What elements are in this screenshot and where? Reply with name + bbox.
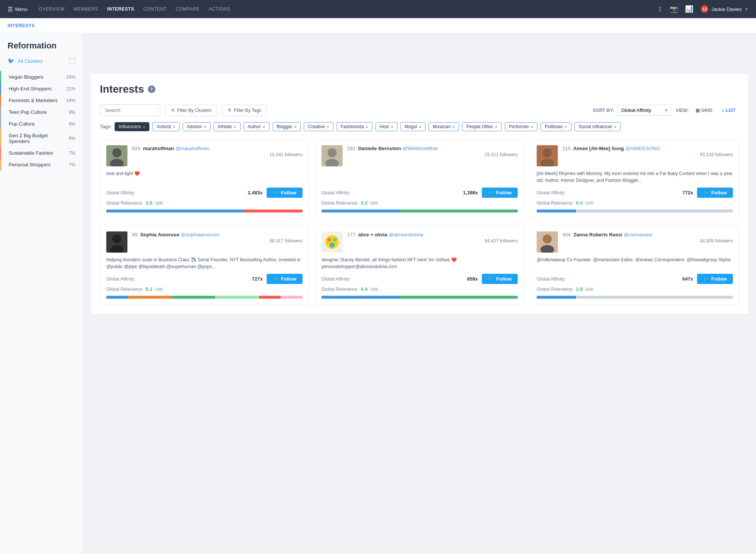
relevance-max: /100 xyxy=(585,287,593,292)
person-card-alice-olivia: 177. alice + olivia @aliceandolivia 84,4… xyxy=(315,225,524,305)
tag-remove-blogger[interactable]: × xyxy=(294,124,297,129)
affinity-row: Global Affinity: 647x 🐦 Follow xyxy=(537,274,733,284)
avatar xyxy=(537,231,558,253)
follow-button[interactable]: 🐦 Follow xyxy=(267,188,303,198)
svg-point-15 xyxy=(333,238,337,242)
tag-people-other: People Other × xyxy=(462,122,501,131)
tag-label: Advisor xyxy=(187,124,202,129)
card-header-info: 215. Aimee [Ah-Mee] Song @AIMEESONG 65,1… xyxy=(562,145,733,157)
card-handle: @sophiaamoruso xyxy=(181,232,219,237)
nav-interests[interactable]: INTERESTS xyxy=(107,6,134,12)
share-icon[interactable]: ⇧ xyxy=(657,5,663,13)
avatar xyxy=(321,231,343,253)
relevance-max: /100 xyxy=(585,201,593,205)
tag-remove-musician[interactable]: × xyxy=(452,124,455,129)
cluster-item-personal-shoppers[interactable]: Personal Shoppers 7% xyxy=(0,159,83,171)
card-rank-name: 291. Danielle Bernstein @WeWoreWhat xyxy=(347,145,518,152)
card-followers: 10,341 followers xyxy=(132,152,303,157)
search-input[interactable] xyxy=(100,104,160,116)
card-bio: [Ah-Meeh] Rhymes with Mommy. My mom ente… xyxy=(537,170,733,184)
card-bio: love and light ❤️ xyxy=(106,170,303,184)
tag-remove-advisor[interactable]: × xyxy=(203,124,206,129)
relevance-label: Global Relevance: xyxy=(321,287,359,292)
card-bio: designer Stacey Bendet, all things fashi… xyxy=(321,256,518,270)
follow-button[interactable]: 🐦 Follow xyxy=(697,188,733,198)
card-rank: 291. xyxy=(347,146,357,151)
chart-icon[interactable]: 📊 xyxy=(685,5,693,13)
tag-remove-influencers[interactable]: × xyxy=(143,124,146,129)
cluster-name: Pop Culture xyxy=(9,121,69,127)
follow-label: Follow xyxy=(496,190,512,196)
cluster-item-pop-culture[interactable]: Pop Culture 9% xyxy=(0,118,83,130)
follow-button[interactable]: 🐦 Follow xyxy=(482,188,518,198)
tag-influencers: Influencers × xyxy=(115,122,149,131)
cluster-item-gen-z[interactable]: Gen Z Big Budget Spenders 8% xyxy=(0,130,83,147)
cluster-item-vegan-bloggers[interactable]: Vegan Bloggers 24% xyxy=(0,71,83,83)
tag-remove-social-influencer[interactable]: × xyxy=(614,124,617,129)
card-name: Aimee [Ah-Mee] Song xyxy=(573,146,624,151)
card-rank: 215. xyxy=(562,146,572,151)
tag-remove-author[interactable]: × xyxy=(262,124,265,129)
notification-badge[interactable]: 12 xyxy=(701,5,708,13)
camera-icon[interactable]: 📷 xyxy=(670,5,678,13)
user-chevron-icon[interactable]: ▼ xyxy=(745,7,748,11)
nav-overview[interactable]: OVERVIEW xyxy=(39,6,65,12)
cluster-pct: 21% xyxy=(66,86,75,92)
follow-button[interactable]: 🐦 Follow xyxy=(482,274,518,284)
tag-remove-people-other[interactable]: × xyxy=(495,124,498,129)
card-rank-name: 934. Zanna Roberts Rassi @zannarassi xyxy=(562,231,733,238)
tag-remove-politician[interactable]: × xyxy=(565,124,568,129)
tags-row: Tags: Influencers × Activist × Advisor ×… xyxy=(100,122,739,131)
card-header-info: 291. Danielle Bernstein @WeWoreWhat 29,4… xyxy=(347,145,518,157)
card-bio: @milkmakeup Co Founder. @marieclaire Edi… xyxy=(537,256,733,270)
avatar xyxy=(537,145,558,166)
grid-view-button[interactable]: ▦ GRID xyxy=(692,106,716,115)
cluster-pct: 9% xyxy=(69,110,75,115)
all-clusters-item[interactable]: 🐦 All Clusters xyxy=(0,54,83,67)
sort-area: SORT BY: Global Affinity Global Relevanc… xyxy=(593,105,671,116)
affinity-row: Global Affinity: 1,388x 🐦 Follow xyxy=(321,188,518,198)
relevance-row: Global Relevance: 8.2 /100 xyxy=(106,286,303,292)
twitter-icon: 🐦 xyxy=(273,190,279,196)
svg-point-18 xyxy=(543,234,552,244)
cluster-item-feminists-marketers[interactable]: Feminists & Marketers 14% xyxy=(0,95,83,106)
tag-remove-activist[interactable]: × xyxy=(172,124,175,129)
help-icon[interactable]: ? xyxy=(148,85,155,93)
sort-select[interactable]: Global Affinity Global Relevance Followe… xyxy=(617,105,671,116)
card-followers: 65,128 followers xyxy=(562,152,733,157)
list-view-button[interactable]: ≡ LIST xyxy=(718,106,739,115)
card-header-info: 934. Zanna Roberts Rassi @zannarassi 34,… xyxy=(562,231,733,244)
relevance-max: /100 xyxy=(155,201,163,205)
affinity-value: 727x xyxy=(252,276,263,282)
card-bio: Helping founders scale in Business Class… xyxy=(106,256,303,270)
follow-button[interactable]: 🐦 Follow xyxy=(267,274,303,284)
filter-clusters-button[interactable]: ⚗ Filter By Clusters xyxy=(165,105,217,116)
cluster-item-sustainable-fashion[interactable]: Sustainable Fashion 7% xyxy=(0,147,83,159)
filter-tags-button[interactable]: ⚗ Filter By Tags xyxy=(222,105,267,116)
svg-point-4 xyxy=(328,148,337,157)
progress-bar xyxy=(321,296,518,299)
tag-remove-creative[interactable]: × xyxy=(326,124,329,129)
tag-remove-fashionista[interactable]: × xyxy=(365,124,368,129)
tag-remove-performer[interactable]: × xyxy=(531,124,534,129)
seg-green xyxy=(400,209,518,213)
nav-content[interactable]: CONTENT xyxy=(143,6,167,12)
seg-green xyxy=(400,296,518,299)
affinity-row: Global Affinity: 2,483x 🐦 Follow xyxy=(106,188,303,198)
cluster-item-teen-pop-culture[interactable]: Teen Pop Culture 9% xyxy=(0,106,83,118)
cluster-item-high-end-shoppers[interactable]: High-End Shoppers 21% xyxy=(0,83,83,95)
card-rank-name: 215. Aimee [Ah-Mee] Song @AIMEESONG xyxy=(562,145,733,152)
relevance-value: 5.2 xyxy=(361,200,368,206)
all-clusters-checkbox[interactable] xyxy=(69,58,75,64)
tag-remove-mogul[interactable]: × xyxy=(419,124,422,129)
nav-actions[interactable]: ACTIONS xyxy=(209,6,230,12)
progress-bar xyxy=(537,209,733,213)
tag-remove-host[interactable]: × xyxy=(390,124,393,129)
view-label: VIEW: xyxy=(676,108,689,113)
follow-button[interactable]: 🐦 Follow xyxy=(697,274,733,284)
menu-button[interactable]: ☰ Menu xyxy=(8,6,28,13)
nav-compare[interactable]: COMPARE xyxy=(176,6,200,12)
nav-icons: ⇧ 📷 📊 xyxy=(657,5,693,13)
nav-members[interactable]: MEMBERS xyxy=(74,6,98,12)
tag-remove-athlete[interactable]: × xyxy=(233,124,236,129)
